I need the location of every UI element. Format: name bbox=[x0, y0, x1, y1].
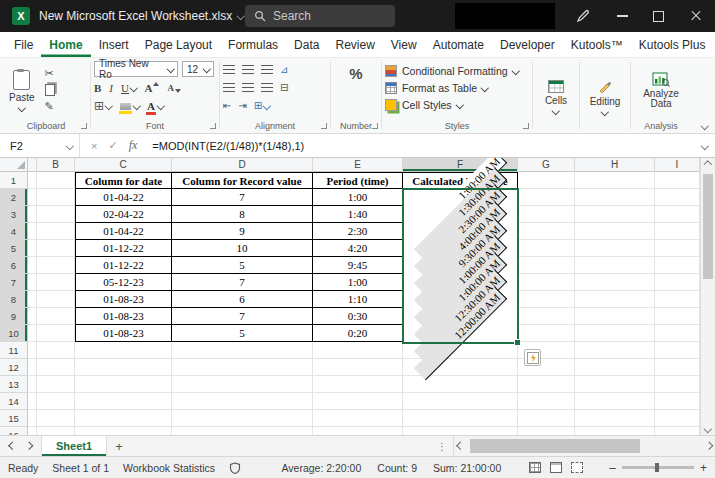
cell-E5[interactable]: 4:20 bbox=[313, 240, 403, 257]
sheet-tab-sheet1[interactable]: Sheet1 bbox=[41, 436, 107, 456]
row-header-1[interactable]: 1 bbox=[0, 172, 28, 189]
analyze-data-button[interactable]: Analyze Data bbox=[634, 61, 688, 119]
orientation-icon[interactable]: ⊿ bbox=[280, 64, 288, 75]
cell-I12[interactable] bbox=[655, 359, 700, 376]
cell-B2[interactable] bbox=[37, 189, 75, 206]
row-header-10[interactable]: 10 bbox=[0, 325, 28, 342]
cell-H11[interactable] bbox=[575, 342, 655, 359]
cell-C1[interactable]: Column for date bbox=[75, 172, 172, 189]
cell-B6[interactable] bbox=[37, 257, 75, 274]
search-box[interactable]: Search bbox=[245, 5, 395, 27]
tab-data[interactable]: Data bbox=[286, 32, 327, 57]
cell-B11[interactable] bbox=[37, 342, 75, 359]
italic-button[interactable]: I bbox=[109, 82, 113, 94]
column-header-A[interactable] bbox=[28, 158, 37, 172]
tab-developer[interactable]: Developer bbox=[492, 32, 563, 57]
cell-C3[interactable]: 02-04-22 bbox=[75, 206, 172, 223]
cell-E1[interactable]: Period (time) bbox=[313, 172, 403, 189]
zoom-slider[interactable] bbox=[622, 466, 694, 469]
maximize-button[interactable] bbox=[651, 9, 665, 23]
cell-I4[interactable] bbox=[655, 223, 700, 240]
decrease-font-icon[interactable]: A bbox=[167, 83, 181, 93]
cell-E16[interactable] bbox=[313, 427, 403, 435]
cell-H3[interactable] bbox=[575, 206, 655, 223]
formula-input[interactable]: =MOD(INT(E2/(1/48))*(1/48),1) bbox=[148, 134, 701, 157]
cell-E10[interactable]: 0:20 bbox=[313, 325, 403, 342]
cell-G2[interactable] bbox=[518, 189, 575, 206]
cell-B14[interactable] bbox=[37, 393, 75, 410]
cancel-icon[interactable]: × bbox=[91, 140, 97, 152]
cell-G4[interactable] bbox=[518, 223, 575, 240]
enter-icon[interactable]: ✓ bbox=[108, 139, 117, 152]
cell-C14[interactable] bbox=[75, 393, 172, 410]
scroll-up-icon[interactable] bbox=[704, 161, 712, 169]
cell-G6[interactable] bbox=[518, 257, 575, 274]
zoom-slider-thumb[interactable] bbox=[655, 463, 659, 472]
row-header-5[interactable]: 5 bbox=[0, 240, 28, 257]
underline-button[interactable]: U bbox=[121, 82, 136, 94]
title-dropdown-icon[interactable] bbox=[237, 12, 245, 20]
next-sheet-icon[interactable] bbox=[24, 442, 32, 450]
scroll-left-icon[interactable] bbox=[457, 442, 465, 450]
column-header-C[interactable]: C bbox=[75, 158, 172, 172]
cell-G7[interactable] bbox=[518, 274, 575, 291]
excel-logo-icon[interactable]: X bbox=[12, 7, 30, 25]
quick-analysis-button[interactable] bbox=[524, 349, 541, 366]
row-header-15[interactable]: 15 bbox=[0, 410, 28, 427]
cell-A8[interactable] bbox=[28, 291, 37, 308]
minimize-button[interactable] bbox=[615, 9, 629, 23]
number-dialog-launcher[interactable] bbox=[372, 123, 378, 129]
cell-I6[interactable] bbox=[655, 257, 700, 274]
close-button[interactable] bbox=[689, 9, 703, 23]
cell-C2[interactable]: 01-04-22 bbox=[75, 189, 172, 206]
cell-A4[interactable] bbox=[28, 223, 37, 240]
row-header-13[interactable]: 13 bbox=[0, 376, 28, 393]
cell-B8[interactable] bbox=[37, 291, 75, 308]
font-name-combo[interactable]: Times New Ro bbox=[94, 61, 178, 77]
cell-D14[interactable] bbox=[172, 393, 313, 410]
align-center-icon[interactable] bbox=[242, 83, 254, 92]
cell-F13[interactable] bbox=[403, 376, 518, 393]
cell-E11[interactable] bbox=[313, 342, 403, 359]
vertical-scroll-thumb[interactable] bbox=[703, 174, 713, 279]
cell-A6[interactable] bbox=[28, 257, 37, 274]
cell-D6[interactable]: 5 bbox=[172, 257, 313, 274]
cell-A16[interactable] bbox=[28, 427, 37, 435]
cell-H4[interactable] bbox=[575, 223, 655, 240]
cell-A14[interactable] bbox=[28, 393, 37, 410]
cell-E13[interactable] bbox=[313, 376, 403, 393]
cell-E8[interactable]: 1:10 bbox=[313, 291, 403, 308]
cell-A1[interactable] bbox=[28, 172, 37, 189]
font-color-icon[interactable]: A bbox=[147, 101, 163, 111]
cell-I15[interactable] bbox=[655, 410, 700, 427]
cell-I14[interactable] bbox=[655, 393, 700, 410]
zoom-in-button[interactable]: + bbox=[700, 462, 707, 474]
decrease-indent-icon[interactable]: ⇤ bbox=[223, 100, 231, 111]
cell-E2[interactable]: 1:00 bbox=[313, 189, 403, 206]
sheet-grid[interactable]: BCDEFGHI1Column for dateColumn for Recor… bbox=[0, 158, 700, 435]
cell-B12[interactable] bbox=[37, 359, 75, 376]
row-header-16[interactable]: 16 bbox=[0, 427, 28, 435]
cell-A15[interactable] bbox=[28, 410, 37, 427]
wrap-text-icon[interactable]: ⊟ bbox=[280, 82, 288, 93]
editing-button[interactable]: Editing bbox=[586, 61, 625, 133]
cell-D11[interactable] bbox=[172, 342, 313, 359]
column-header-B[interactable]: B bbox=[37, 158, 75, 172]
merge-center-icon[interactable]: ⊞ bbox=[254, 100, 270, 111]
cell-D7[interactable]: 7 bbox=[172, 274, 313, 291]
cell-B7[interactable] bbox=[37, 274, 75, 291]
align-bottom-icon[interactable] bbox=[261, 65, 273, 74]
cell-D2[interactable]: 7 bbox=[172, 189, 313, 206]
cell-A3[interactable] bbox=[28, 206, 37, 223]
cell-B4[interactable] bbox=[37, 223, 75, 240]
row-header-7[interactable]: 7 bbox=[0, 274, 28, 291]
cell-D12[interactable] bbox=[172, 359, 313, 376]
cell-I13[interactable] bbox=[655, 376, 700, 393]
font-size-combo[interactable]: 12 bbox=[182, 61, 214, 77]
new-sheet-button[interactable]: + bbox=[107, 436, 131, 456]
cell-I7[interactable] bbox=[655, 274, 700, 291]
collapse-ribbon-icon[interactable] bbox=[700, 121, 708, 129]
cell-E7[interactable]: 1:00 bbox=[313, 274, 403, 291]
cell-B9[interactable] bbox=[37, 308, 75, 325]
cell-I11[interactable] bbox=[655, 342, 700, 359]
